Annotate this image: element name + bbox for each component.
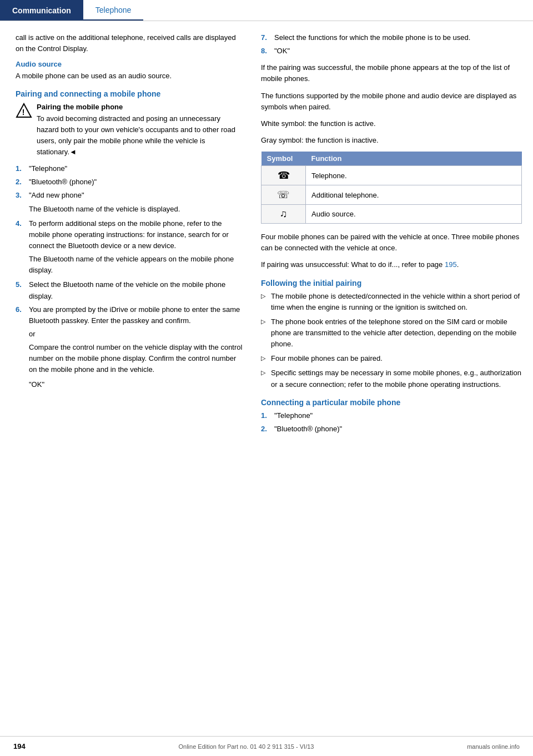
bullet-text: The mobile phone is detected/connected i… [271,291,522,313]
main-content: call is active on the additional telepho… [0,21,533,437]
connecting-step-1: 1."Telephone" [261,410,522,421]
audio-source-text: A mobile phone can be used as an audio s… [16,70,244,82]
tab-telephone[interactable]: Telephone [83,0,144,21]
table-row: ☎Telephone. [262,166,522,185]
functions-text: The functions supported by the mobile ph… [261,90,522,113]
pairing-heading: Pairing and connecting a mobile phone [16,89,244,98]
bullet-item: ▷Specific settings may be necessary in s… [261,367,522,390]
svg-text:!: ! [22,108,25,117]
table-row: ♫Audio source. [262,205,522,224]
function-cell: Telephone. [306,166,522,185]
step-text: "Bluetooth® (phone)" [274,424,342,435]
footer-logo: manuals online.info [467,743,520,750]
table-col2-header: Function [306,152,522,166]
bullet-item: ▷Four mobile phones can be paired. [261,353,522,364]
pairing-success-text: If the pairing was successful, the mobil… [261,62,522,84]
audio-source-heading: Audio source [16,60,244,68]
symbol-cell: ☎ [262,166,306,185]
right-column: 7. Select the functions for which the mo… [255,32,533,437]
page-header: Communication Telephone [0,0,533,21]
step-8: 8. "OK" [261,46,522,57]
intro-paragraph: call is active on the additional telepho… [16,32,244,54]
step-6: 6. You are prompted by the iDrive or mob… [16,304,244,326]
step6-ok: "OK" [16,379,244,390]
step-7: 7. Select the functions for which the mo… [261,32,522,43]
tab-communication[interactable]: Communication [0,0,83,21]
step-4: 4. To perform additional steps on the mo… [16,218,244,251]
symbol-table: Symbol Function ☎Telephone.☏Additional t… [261,152,522,224]
step-text: "Telephone" [274,410,313,421]
step3-indent: The Bluetooth name of the vehicle is dis… [16,204,244,215]
page-number: 194 [13,742,26,750]
step4-indent: The Bluetooth name of the vehicle appear… [16,254,244,276]
step-num: 2. [261,424,274,435]
steps-list: 1. "Telephone" 2. "Bluetooth® (phone)" 3… [16,163,244,201]
bullet-text: The phone book entries of the telephone … [271,316,522,350]
bullet-text: Four mobile phones can be paired. [271,353,383,364]
page-footer: 194 Online Edition for Part no. 01 40 2 … [0,736,533,756]
step-5: 5. Select the Bluetooth name of the vehi… [16,279,244,301]
footer-center-text: Online Edition for Part no. 01 40 2 911 … [178,743,314,750]
table-col1-header: Symbol [262,152,306,166]
connecting-steps-list: 1."Telephone"2."Bluetooth® (phone)" [261,410,522,435]
step-3: 3. "Add new phone" [16,190,244,201]
function-cell: Additional telephone. [306,185,522,205]
bullet-item: ▷The mobile phone is detected/connected … [261,291,522,313]
following-heading: Following the initial pairing [261,279,522,288]
step-2: 2. "Bluetooth® (phone)" [16,177,244,188]
pairing-fail-text: If pairing was unsuccessful: What to do … [261,259,522,270]
bullet-arrow-icon: ▷ [261,291,271,313]
bullet-arrow-icon: ▷ [261,367,271,390]
white-symbol-text: White symbol: the function is active. [261,118,522,129]
symbol-cell: ♫ [262,205,306,224]
following-bullets-list: ▷The mobile phone is detected/connected … [261,291,522,390]
table-row: ☏Additional telephone. [262,185,522,205]
warning-box: ! Pairing the mobile phone To avoid beco… [16,102,244,158]
step-1: 1. "Telephone" [16,163,244,174]
bullet-arrow-icon: ▷ [261,353,271,364]
gray-symbol-text: Gray symbol: the function is inactive. [261,135,522,146]
pairing-fail-link[interactable]: 195 [445,260,457,269]
bullet-item: ▷The phone book entries of the telephone… [261,316,522,350]
function-cell: Audio source. [306,205,522,224]
four-phones-text: Four mobile phones can be paired with th… [261,231,522,254]
warning-text: Pairing the mobile phone To avoid becomi… [37,102,244,158]
step6-or-text: Compare the control number on the vehicl… [16,342,244,375]
left-column: call is active on the additional telepho… [0,32,255,437]
bullet-arrow-icon: ▷ [261,316,271,350]
connecting-heading: Connecting a particular mobile phone [261,398,522,407]
warning-icon: ! [16,103,32,119]
connecting-step-2: 2."Bluetooth® (phone)" [261,424,522,435]
symbol-cell: ☏ [262,185,306,205]
or-text: or [16,329,244,340]
bullet-text: Specific settings may be necessary in so… [271,367,522,390]
step-num: 1. [261,410,274,421]
